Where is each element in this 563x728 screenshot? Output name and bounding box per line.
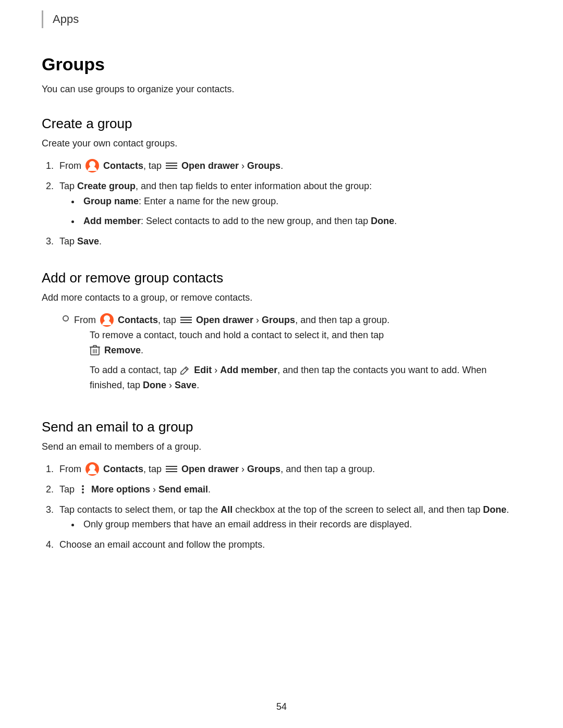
send-email-steps: From Contacts, tap Open drawer › Groups,… (56, 462, 521, 552)
all-bold: All (221, 504, 232, 515)
groups-label-1: Groups (247, 161, 280, 171)
contacts-label-3: Contacts (103, 464, 143, 474)
create-group-subitem-member: Add member: Select contacts to add to th… (80, 214, 521, 229)
groups-label-2: Groups (262, 315, 295, 325)
done-bold-1: Done (371, 216, 394, 226)
create-group-bold: Create group (77, 181, 136, 191)
svg-line-8 (185, 368, 187, 370)
section-add-remove: Add or remove group contacts Add more co… (42, 270, 521, 398)
add-remove-list: From Contacts, tap Open drawer › Groups,… (63, 313, 521, 398)
contacts-icon-3 (85, 462, 99, 476)
header-title: Apps (53, 13, 79, 26)
section-create-group: Create a group Create your own contact g… (42, 116, 521, 249)
main-heading: Groups (42, 54, 521, 75)
section-intro-create-group: Create your own contact groups. (42, 138, 521, 149)
remove-subitem: To remove a contact, touch and hold a co… (90, 328, 521, 358)
contacts-icon-2 (100, 313, 114, 327)
menu-icon-2 (180, 315, 192, 325)
trash-icon (90, 344, 100, 356)
menu-icon-1 (166, 161, 177, 170)
add-remove-item-1: From Contacts, tap Open drawer › Groups,… (63, 313, 521, 398)
add-remove-item-text: From Contacts, tap Open drawer › Groups,… (74, 313, 521, 398)
create-group-step-1: From Contacts, tap Open drawer › Groups. (56, 158, 521, 174)
add-subitem: To add a contact, tap Edit › Add member,… (90, 363, 521, 393)
done-bold-2: Done (143, 380, 166, 390)
create-group-steps: From Contacts, tap Open drawer › Groups.… (56, 158, 521, 249)
send-email-step-3: Tap contacts to select them, or tap the … (56, 502, 521, 533)
edit-icon (179, 365, 190, 376)
page-number: 54 (0, 701, 563, 712)
create-group-step-2: Tap Create group, and then tap fields to… (56, 179, 521, 229)
send-email-step-4: Choose an email account and follow the p… (56, 537, 521, 552)
section-heading-create-group: Create a group (42, 116, 521, 132)
send-email-subitems: Only group members that have an email ad… (80, 517, 521, 532)
add-member-bold: Add member (83, 216, 141, 226)
send-email-subitem-1: Only group members that have an email ad… (80, 517, 521, 532)
group-name-bold: Group name (83, 196, 139, 206)
remove-bold: Remove (104, 345, 141, 355)
edit-bold: Edit (194, 365, 212, 375)
open-circle-bullet (63, 315, 69, 322)
groups-label-3: Groups (247, 464, 280, 474)
add-remove-subitems: To remove a contact, touch and hold a co… (90, 328, 521, 393)
page-container: Apps Groups You can use groups to organi… (0, 0, 563, 604)
save-bold-2: Save (175, 380, 197, 390)
contacts-label-1: Contacts (103, 161, 143, 171)
add-member-bold-2: Add member (220, 365, 277, 375)
header: Apps (42, 10, 521, 28)
more-options-bold: More options (91, 484, 150, 495)
send-email-step-2: Tap More options › Send email. (56, 482, 521, 497)
more-options-icon (79, 484, 87, 495)
send-email-step-1: From Contacts, tap Open drawer › Groups,… (56, 462, 521, 477)
section-intro-add-remove: Add more contacts to a group, or remove … (42, 292, 521, 303)
contacts-icon-1 (85, 159, 99, 172)
create-group-subitems: Group name: Enter a name for the new gro… (80, 194, 521, 229)
intro-text: You can use groups to organize your cont… (42, 84, 521, 95)
create-group-subitem-name: Group name: Enter a name for the new gro… (80, 194, 521, 209)
section-intro-send-email: Send an email to members of a group. (42, 441, 521, 452)
section-send-email: Send an email to a group Send an email t… (42, 419, 521, 552)
open-drawer-label-2: Open drawer (196, 315, 253, 325)
done-bold-3: Done (483, 504, 507, 515)
contacts-label-2: Contacts (118, 315, 158, 325)
send-email-bold: Send email (158, 484, 208, 495)
create-group-step-3: Tap Save. (56, 234, 521, 249)
open-drawer-label-1: Open drawer (181, 161, 239, 171)
section-heading-send-email: Send an email to a group (42, 419, 521, 435)
menu-icon-3 (166, 464, 177, 474)
section-heading-add-remove: Add or remove group contacts (42, 270, 521, 286)
open-drawer-label-3: Open drawer (181, 464, 239, 474)
save-bold-1: Save (77, 236, 99, 246)
